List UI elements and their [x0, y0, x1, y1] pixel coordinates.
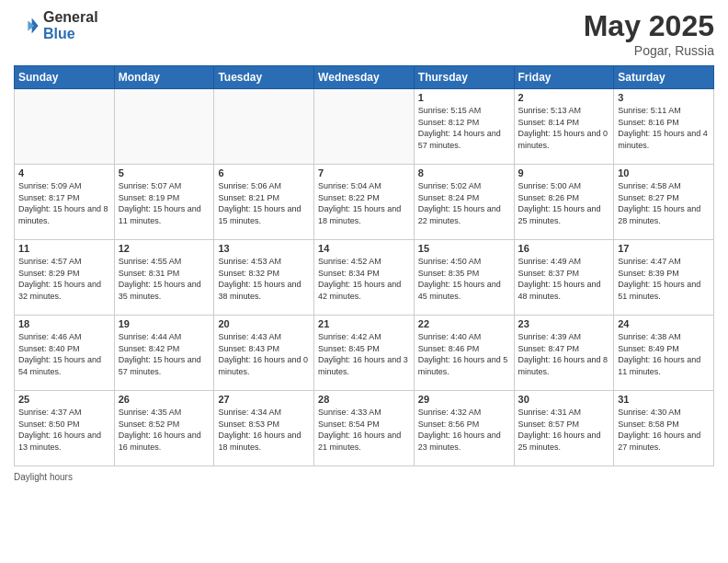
calendar-day-cell: 29 Sunrise: 4:32 AM Sunset: 8:56 PM Dayl…: [414, 391, 514, 466]
calendar-title: May 2025: [584, 9, 714, 43]
calendar-day-cell: [15, 89, 115, 165]
header-friday: Friday: [514, 66, 614, 89]
day-number: 30: [518, 394, 610, 405]
calendar-day-cell: [214, 89, 314, 165]
day-number: 6: [218, 167, 310, 178]
calendar-day-cell: 21 Sunrise: 4:42 AM Sunset: 8:45 PM Dayl…: [314, 316, 415, 391]
header-monday: Monday: [114, 66, 214, 89]
day-info: Sunrise: 4:50 AM Sunset: 8:35 PM Dayligh…: [418, 256, 510, 302]
day-info: Sunrise: 4:46 AM Sunset: 8:40 PM Dayligh…: [18, 331, 110, 377]
calendar-day-cell: 3 Sunrise: 5:11 AM Sunset: 8:16 PM Dayli…: [614, 89, 714, 165]
day-info: Sunrise: 4:40 AM Sunset: 8:46 PM Dayligh…: [418, 331, 510, 377]
calendar-week-row: 11 Sunrise: 4:57 AM Sunset: 8:29 PM Dayl…: [15, 240, 714, 316]
calendar-day-cell: 6 Sunrise: 5:06 AM Sunset: 8:21 PM Dayli…: [214, 165, 314, 240]
day-number: 15: [418, 243, 510, 254]
day-info: Sunrise: 5:02 AM Sunset: 8:24 PM Dayligh…: [418, 180, 510, 226]
calendar-day-cell: 10 Sunrise: 4:58 AM Sunset: 8:27 PM Dayl…: [614, 165, 714, 240]
calendar-day-cell: 23 Sunrise: 4:39 AM Sunset: 8:47 PM Dayl…: [514, 316, 614, 391]
calendar-day-cell: 31 Sunrise: 4:30 AM Sunset: 8:58 PM Dayl…: [614, 391, 714, 466]
day-number: 22: [418, 318, 510, 329]
day-info: Sunrise: 4:33 AM Sunset: 8:54 PM Dayligh…: [318, 407, 410, 453]
day-info: Sunrise: 4:55 AM Sunset: 8:31 PM Dayligh…: [119, 256, 210, 302]
day-number: 21: [318, 318, 410, 329]
calendar-week-row: 18 Sunrise: 4:46 AM Sunset: 8:40 PM Dayl…: [15, 316, 714, 391]
day-info: Sunrise: 5:09 AM Sunset: 8:17 PM Dayligh…: [18, 180, 110, 226]
calendar-day-cell: 1 Sunrise: 5:15 AM Sunset: 8:12 PM Dayli…: [414, 89, 514, 165]
day-number: 16: [518, 243, 610, 254]
calendar-day-cell: 2 Sunrise: 5:13 AM Sunset: 8:14 PM Dayli…: [514, 89, 614, 165]
calendar-week-row: 4 Sunrise: 5:09 AM Sunset: 8:17 PM Dayli…: [15, 165, 714, 240]
calendar-day-cell: 15 Sunrise: 4:50 AM Sunset: 8:35 PM Dayl…: [414, 240, 514, 316]
day-number: 26: [119, 394, 210, 405]
day-number: 10: [618, 167, 710, 178]
calendar-day-cell: 11 Sunrise: 4:57 AM Sunset: 8:29 PM Dayl…: [15, 240, 115, 316]
calendar-day-cell: 27 Sunrise: 4:34 AM Sunset: 8:53 PM Dayl…: [214, 391, 314, 466]
day-number: 27: [218, 394, 310, 405]
header-sunday: Sunday: [15, 66, 115, 89]
weekday-header-row: Sunday Monday Tuesday Wednesday Thursday…: [15, 66, 714, 89]
day-number: 31: [618, 394, 710, 405]
calendar-day-cell: 8 Sunrise: 5:02 AM Sunset: 8:24 PM Dayli…: [414, 165, 514, 240]
day-info: Sunrise: 4:43 AM Sunset: 8:43 PM Dayligh…: [218, 331, 310, 377]
calendar-day-cell: 7 Sunrise: 5:04 AM Sunset: 8:22 PM Dayli…: [314, 165, 415, 240]
day-number: 9: [518, 167, 610, 178]
calendar-week-row: 1 Sunrise: 5:15 AM Sunset: 8:12 PM Dayli…: [15, 89, 714, 165]
calendar-day-cell: 25 Sunrise: 4:37 AM Sunset: 8:50 PM Dayl…: [15, 391, 115, 466]
calendar-day-cell: [314, 89, 415, 165]
day-info: Sunrise: 4:31 AM Sunset: 8:57 PM Dayligh…: [518, 407, 610, 453]
day-info: Sunrise: 4:39 AM Sunset: 8:47 PM Dayligh…: [518, 331, 610, 377]
day-info: Sunrise: 4:57 AM Sunset: 8:29 PM Dayligh…: [18, 256, 110, 302]
day-info: Sunrise: 4:32 AM Sunset: 8:56 PM Dayligh…: [418, 407, 510, 453]
calendar-day-cell: 16 Sunrise: 4:49 AM Sunset: 8:37 PM Dayl…: [514, 240, 614, 316]
calendar-day-cell: 22 Sunrise: 4:40 AM Sunset: 8:46 PM Dayl…: [414, 316, 514, 391]
day-info: Sunrise: 5:13 AM Sunset: 8:14 PM Dayligh…: [518, 105, 610, 151]
day-info: Sunrise: 4:34 AM Sunset: 8:53 PM Dayligh…: [218, 407, 310, 453]
day-info: Sunrise: 4:30 AM Sunset: 8:58 PM Dayligh…: [618, 407, 710, 453]
calendar-week-row: 25 Sunrise: 4:37 AM Sunset: 8:50 PM Dayl…: [15, 391, 714, 466]
page-header: General Blue May 2025 Pogar, Russia: [14, 9, 714, 58]
day-number: 5: [119, 167, 210, 178]
day-number: 12: [119, 243, 210, 254]
calendar-day-cell: 24 Sunrise: 4:38 AM Sunset: 8:49 PM Dayl…: [614, 316, 714, 391]
page-container: General Blue May 2025 Pogar, Russia Sund…: [0, 0, 728, 563]
logo: General Blue: [14, 9, 98, 41]
day-number: 29: [418, 394, 510, 405]
logo-text: General Blue: [43, 9, 98, 41]
day-info: Sunrise: 5:06 AM Sunset: 8:21 PM Dayligh…: [218, 180, 310, 226]
calendar-day-cell: 13 Sunrise: 4:53 AM Sunset: 8:32 PM Dayl…: [214, 240, 314, 316]
calendar-day-cell: 9 Sunrise: 5:00 AM Sunset: 8:26 PM Dayli…: [514, 165, 614, 240]
day-info: Sunrise: 4:42 AM Sunset: 8:45 PM Dayligh…: [318, 331, 410, 377]
header-tuesday: Tuesday: [214, 66, 314, 89]
day-info: Sunrise: 4:47 AM Sunset: 8:39 PM Dayligh…: [618, 256, 710, 302]
day-info: Sunrise: 4:53 AM Sunset: 8:32 PM Dayligh…: [218, 256, 310, 302]
day-info: Sunrise: 4:49 AM Sunset: 8:37 PM Dayligh…: [518, 256, 610, 302]
day-number: 23: [518, 318, 610, 329]
calendar-day-cell: 5 Sunrise: 5:07 AM Sunset: 8:19 PM Dayli…: [114, 165, 214, 240]
day-info: Sunrise: 4:38 AM Sunset: 8:49 PM Dayligh…: [618, 331, 710, 377]
calendar-day-cell: 19 Sunrise: 4:44 AM Sunset: 8:42 PM Dayl…: [114, 316, 214, 391]
day-info: Sunrise: 4:35 AM Sunset: 8:52 PM Dayligh…: [119, 407, 210, 453]
day-number: 2: [518, 92, 610, 103]
day-number: 20: [218, 318, 310, 329]
calendar-location: Pogar, Russia: [584, 43, 714, 58]
day-info: Sunrise: 5:07 AM Sunset: 8:19 PM Dayligh…: [119, 180, 210, 226]
day-number: 4: [18, 167, 110, 178]
day-info: Sunrise: 5:15 AM Sunset: 8:12 PM Dayligh…: [418, 105, 510, 151]
day-number: 25: [18, 394, 110, 405]
calendar-day-cell: 28 Sunrise: 4:33 AM Sunset: 8:54 PM Dayl…: [314, 391, 415, 466]
calendar-day-cell: [114, 89, 214, 165]
day-info: Sunrise: 4:44 AM Sunset: 8:42 PM Dayligh…: [119, 331, 210, 377]
day-info: Sunrise: 4:58 AM Sunset: 8:27 PM Dayligh…: [618, 180, 710, 226]
day-info: Sunrise: 5:00 AM Sunset: 8:26 PM Dayligh…: [518, 180, 610, 226]
day-info: Sunrise: 4:52 AM Sunset: 8:34 PM Dayligh…: [318, 256, 410, 302]
day-info: Sunrise: 5:11 AM Sunset: 8:16 PM Dayligh…: [618, 105, 710, 151]
header-saturday: Saturday: [614, 66, 714, 89]
day-number: 3: [618, 92, 710, 103]
day-number: 17: [618, 243, 710, 254]
day-number: 19: [119, 318, 210, 329]
calendar-day-cell: 20 Sunrise: 4:43 AM Sunset: 8:43 PM Dayl…: [214, 316, 314, 391]
day-number: 28: [318, 394, 410, 405]
day-number: 14: [318, 243, 410, 254]
day-number: 1: [418, 92, 510, 103]
header-thursday: Thursday: [414, 66, 514, 89]
